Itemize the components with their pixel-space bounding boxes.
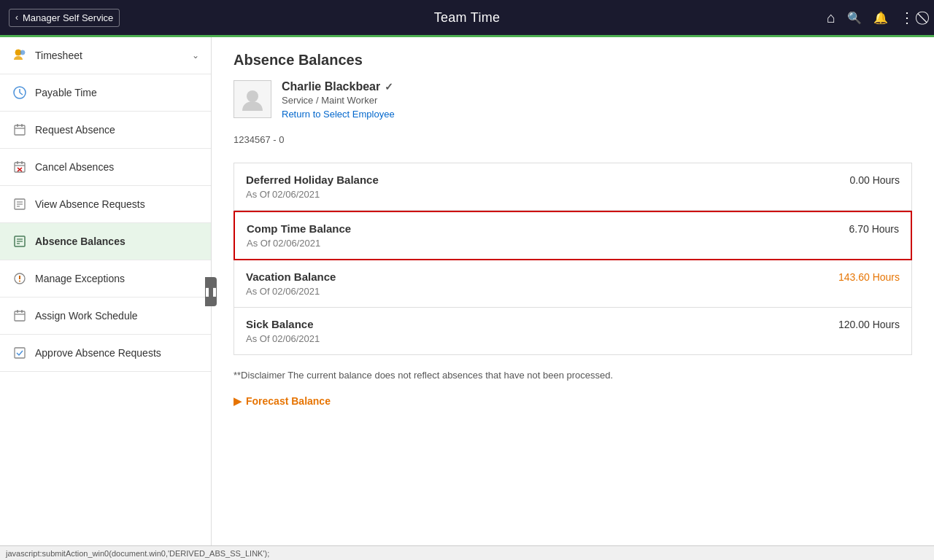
header-icons: ⌂ 🔍 🔔 ⋮ ⃠ <box>827 9 925 26</box>
timesheet-icon <box>12 47 28 63</box>
status-bar: javascript:submitAction_win0(document.wi… <box>0 545 934 560</box>
sidebar-label-assign-work-schedule: Assign Work Schedule <box>35 310 138 322</box>
svg-rect-5 <box>15 125 25 135</box>
assign-work-schedule-icon <box>12 308 28 324</box>
balance-amount-comp: 6.70 Hours <box>849 223 899 235</box>
balance-title-vacation: Vacation Balance <box>246 271 336 283</box>
sidebar: Timesheet ⌄ Payable Time <box>0 37 212 545</box>
balance-title-deferred: Deferred Holiday Balance <box>246 174 379 186</box>
svg-line-4 <box>20 93 23 95</box>
sidebar-item-assign-work-schedule[interactable]: Assign Work Schedule <box>0 298 211 335</box>
employee-name: Charlie Blackbear <box>282 80 380 93</box>
sidebar-item-request-absence[interactable]: Request Absence <box>0 112 211 149</box>
sidebar-item-manage-exceptions[interactable]: Manage Exceptions <box>0 260 211 298</box>
forecast-triangle-icon: ▶ <box>234 395 242 407</box>
balance-amount-vacation: 143.60 Hours <box>838 271 900 283</box>
sidebar-label-payable-time: Payable Time <box>35 87 97 98</box>
chevron-left-icon: ‹ <box>15 12 18 23</box>
avatar-icon <box>239 86 266 112</box>
absence-balances-icon <box>12 233 28 249</box>
home-icon[interactable]: ⌂ <box>827 9 835 26</box>
back-button[interactable]: ‹ Manager Self Service <box>9 9 120 27</box>
status-text: javascript:submitAction_win0(document.wi… <box>6 549 269 558</box>
sidebar-item-payable-time[interactable]: Payable Time <box>0 74 211 112</box>
balance-row-deferred-holiday: Deferred Holiday Balance 0.00 Hours As O… <box>234 163 912 211</box>
request-absence-icon <box>12 122 28 138</box>
svg-rect-11 <box>21 161 23 164</box>
balance-amount-sick: 120.00 Hours <box>838 319 900 330</box>
svg-point-31 <box>247 90 258 102</box>
dropdown-arrow-icon: ⌄ <box>192 50 199 61</box>
balance-section: Deferred Holiday Balance 0.00 Hours As O… <box>234 163 912 355</box>
main-layout: Timesheet ⌄ Payable Time <box>0 37 934 545</box>
search-icon[interactable]: 🔍 <box>847 11 862 25</box>
sidebar-label-manage-exceptions: Manage Exceptions <box>35 273 125 284</box>
verified-check-icon: ✓ <box>385 81 393 93</box>
svg-rect-26 <box>15 311 25 321</box>
balance-title-comp: Comp Time Balance <box>247 222 351 235</box>
page-title: Team Time <box>434 10 501 26</box>
balance-title-sick: Sick Balance <box>246 318 314 330</box>
employee-card: Charlie Blackbear ✓ Service / Maint Work… <box>234 80 912 120</box>
approve-absence-requests-icon <box>12 345 28 361</box>
svg-rect-28 <box>21 310 23 313</box>
balance-date-comp: As Of 02/06/2021 <box>247 238 899 249</box>
sidebar-item-view-absence-requests[interactable]: View Absence Requests <box>0 186 211 223</box>
svg-rect-27 <box>17 310 18 313</box>
balance-row-comp-time: Comp Time Balance 6.70 Hours As Of 02/06… <box>234 211 912 260</box>
payable-time-icon <box>12 85 28 101</box>
bell-icon[interactable]: 🔔 <box>873 11 888 25</box>
svg-point-25 <box>19 281 20 282</box>
back-label: Manager Self Service <box>23 12 113 23</box>
sidebar-item-approve-absence-requests[interactable]: Approve Absence Requests <box>0 335 211 372</box>
employee-id: 1234567 - 0 <box>234 134 912 145</box>
sidebar-item-absence-balances[interactable]: Absence Balances <box>0 223 211 260</box>
employee-avatar <box>234 80 271 118</box>
employee-info: Charlie Blackbear ✓ Service / Maint Work… <box>282 80 395 120</box>
manage-exceptions-icon <box>12 271 28 287</box>
more-icon[interactable]: ⋮ <box>900 9 914 26</box>
svg-rect-9 <box>15 163 25 172</box>
forecast-label: Forecast Balance <box>246 395 331 407</box>
svg-rect-30 <box>15 348 25 358</box>
balance-date-vacation: As Of 02/06/2021 <box>246 286 900 297</box>
sidebar-label-request-absence: Request Absence <box>35 124 115 136</box>
balance-row-vacation: Vacation Balance 143.60 Hours As Of 02/0… <box>234 260 912 308</box>
sidebar-label-absence-balances: Absence Balances <box>35 236 126 247</box>
svg-point-1 <box>20 50 25 55</box>
sidebar-label-approve-absence-requests: Approve Absence Requests <box>35 347 161 359</box>
balance-amount-deferred: 0.00 Hours <box>850 174 900 186</box>
svg-rect-7 <box>21 124 23 127</box>
forecast-balance-link[interactable]: ▶ Forecast Balance <box>234 395 912 407</box>
page-heading: Absence Balances <box>234 52 912 69</box>
balance-date-sick: As Of 02/06/2021 <box>246 333 900 344</box>
svg-rect-10 <box>17 161 18 164</box>
sidebar-item-timesheet[interactable]: Timesheet ⌄ <box>0 37 211 74</box>
content-area: Absence Balances Charlie Blackbear ✓ Ser… <box>212 37 934 545</box>
balance-row-sick: Sick Balance 120.00 Hours As Of 02/06/20… <box>234 308 912 355</box>
sidebar-item-cancel-absences[interactable]: Cancel Absences <box>0 149 211 186</box>
balance-date-deferred: As Of 02/06/2021 <box>246 189 900 200</box>
disclaimer-text: **Disclaimer The current balance does no… <box>234 367 912 384</box>
return-to-select-link[interactable]: Return to Select Employee <box>282 109 395 120</box>
sidebar-label-cancel-absences: Cancel Absences <box>35 161 114 173</box>
view-absence-requests-icon <box>12 196 28 212</box>
employee-title: Service / Maint Worker <box>282 95 395 106</box>
sidebar-collapse-handle[interactable]: ❚❚ <box>205 277 217 306</box>
cancel-absences-icon <box>12 159 28 175</box>
top-header: ‹ Manager Self Service Team Time ⌂ 🔍 🔔 ⋮… <box>0 0 934 35</box>
sidebar-label-view-absence-requests: View Absence Requests <box>35 198 145 210</box>
employee-name-row: Charlie Blackbear ✓ <box>282 80 395 93</box>
svg-rect-6 <box>17 124 18 127</box>
sidebar-label-timesheet: Timesheet <box>35 50 82 61</box>
